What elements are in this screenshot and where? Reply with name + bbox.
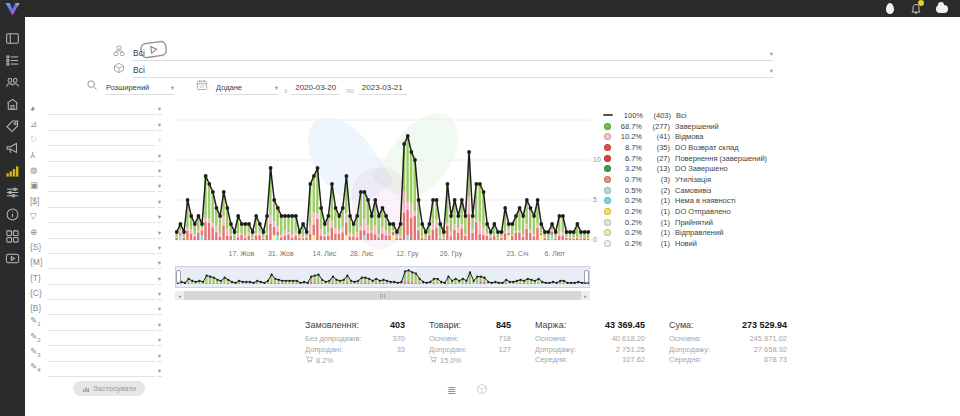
notification-badge	[918, 0, 924, 6]
planet-filter[interactable]: ◕▾	[30, 100, 162, 115]
sphere-filter-icon: ◍	[30, 164, 48, 177]
status-filter-value: Всі	[133, 47, 145, 60]
info-icon	[5, 207, 20, 222]
legend-row[interactable]: 0.7%(3)Утилізація	[604, 174, 776, 185]
legend-row[interactable]: 0.2%(1)Нема в наявності	[604, 196, 776, 207]
globe-filter[interactable]: ⊕▾	[30, 223, 162, 238]
status-filter-select[interactable]: Всі ▾	[133, 47, 773, 61]
cloud-icon[interactable]	[935, 2, 948, 15]
banknote-filter[interactable]: [$]▾	[30, 192, 162, 207]
chart-range-navigator[interactable]	[175, 266, 590, 288]
sidebar-items	[0, 27, 25, 269]
var-m-filter[interactable]: {M}▾	[30, 254, 162, 269]
chevron-down-icon: ▾	[157, 196, 162, 208]
sidebar-item-dashboard[interactable]	[0, 27, 25, 49]
x-tick: 26. Гру	[440, 250, 462, 257]
dashboard-icon	[5, 31, 20, 46]
sidebar-item-widgets[interactable]	[0, 225, 25, 247]
chevron-down-icon: ▾	[157, 242, 162, 254]
notifications-bell-icon[interactable]	[909, 2, 922, 15]
x-tick: 14. Лис	[313, 250, 337, 257]
sync-filter[interactable]: ↻▾	[30, 131, 162, 146]
legend-row[interactable]: 68.7%(277)Завершений	[604, 121, 776, 132]
legend-row[interactable]: 0.2%(1)DO Отправлено	[604, 206, 776, 217]
legend-row[interactable]: 100%(403)Всі	[604, 110, 776, 121]
var-c-filter[interactable]: {C}▾	[30, 285, 162, 300]
sidebar-item-tags[interactable]	[0, 115, 25, 137]
profile-icon[interactable]	[883, 2, 896, 15]
legend-row[interactable]: 0.5%(2)Самовивіз	[604, 185, 776, 196]
search-mode-select[interactable]: Розширений ▾	[106, 81, 174, 95]
cart-icon	[305, 355, 313, 367]
slope-filter[interactable]: ⊿▾	[30, 115, 162, 130]
custom-field-1[interactable]: ✎1▾	[30, 315, 162, 330]
orders-chart[interactable]	[175, 108, 590, 253]
stat-upsell-row: 8.2%	[305, 355, 405, 367]
chevron-down-icon: ▾	[157, 119, 162, 131]
legend-row[interactable]: 8.7%(35)DO Возврат склад	[604, 142, 776, 153]
legend-row[interactable]: 0.2%(1)Новий	[604, 238, 776, 249]
product-filter-select[interactable]: Всі ▾	[133, 64, 773, 78]
var-t-filter[interactable]: {T}▾	[30, 269, 162, 284]
custom-field-3-icon: ✎3	[30, 345, 48, 362]
custom-field-3[interactable]: ✎3▾	[30, 346, 162, 361]
sidebar-item-users[interactable]	[0, 71, 25, 93]
sidebar-item-stats[interactable]	[0, 159, 25, 181]
list-view-icon[interactable]: ≣	[447, 384, 456, 396]
stat-title: Замовлення:	[305, 320, 359, 330]
var-s-filter-icon: {S}	[30, 241, 48, 254]
chart-scrollbar[interactable]: ◂ ▸	[175, 291, 590, 300]
app-root: ◕▾⊿▾↻▾⅄▾◍▾▣▾[$]▾▽▾⊕▾{S}▾{M}▾{T}▾{C}▾{B}▾…	[0, 0, 960, 416]
date-to-input[interactable]: 2023-03-21	[358, 81, 407, 95]
var-s-filter[interactable]: {S}▾	[30, 239, 162, 254]
summary-stats: Замовлення:403Без допродажів:370Допродан…	[305, 320, 787, 367]
sidebar-item-store[interactable]	[0, 93, 25, 115]
users-icon	[5, 75, 20, 90]
sidebar-item-video[interactable]	[0, 247, 25, 269]
tags-icon	[5, 119, 20, 134]
chevron-down-icon: ▾	[157, 165, 162, 177]
scroll-right-icon[interactable]: ▸	[581, 291, 590, 300]
legend-dot-swatch	[604, 208, 611, 215]
custom-field-4[interactable]: ✎4▾	[30, 362, 162, 377]
legend-row[interactable]: 3.2%(13)DO Завершено	[604, 163, 776, 174]
sidebar-item-orders[interactable]	[0, 49, 25, 71]
slope-filter-icon: ⊿	[30, 118, 48, 131]
sidebar-item-sliders[interactable]	[0, 181, 25, 203]
scrollbar-thumb[interactable]	[184, 291, 581, 300]
stat-value: 845	[496, 320, 511, 330]
hierarchy-filter[interactable]: ⅄▾	[30, 146, 162, 161]
date-field-select[interactable]: Додане ▾	[216, 81, 278, 95]
topbar	[0, 0, 960, 17]
var-b-filter[interactable]: {B}▾	[30, 300, 162, 315]
date-from-value: 2020-03-20	[291, 81, 340, 94]
legend-row[interactable]: 0.2%(1)Відправлений	[604, 228, 776, 239]
package-filter[interactable]: ▣▾	[30, 177, 162, 192]
sphere-filter[interactable]: ◍▾	[30, 162, 162, 177]
custom-field-2-icon: ✎2	[30, 330, 48, 347]
legend-dot-swatch	[604, 155, 611, 162]
var-m-filter-icon: {M}	[30, 256, 48, 269]
custom-field-2[interactable]: ✎2▾	[30, 331, 162, 346]
legend-row[interactable]: 0.2%(1)Прийнятий	[604, 217, 776, 228]
app-logo-icon[interactable]	[2, 1, 23, 17]
date-from-input[interactable]: 2020-03-20	[291, 81, 340, 95]
sidebar-item-info[interactable]	[0, 203, 25, 225]
funnel-filter[interactable]: ▽▾	[30, 208, 162, 223]
custom-field-1-icon: ✎1	[30, 314, 48, 331]
navigator-right-handle[interactable]	[584, 270, 589, 283]
stat-subrow: Допродажу:2 751.25	[535, 345, 645, 356]
cube-view-icon[interactable]	[476, 381, 488, 399]
apply-button[interactable]: Застосувати	[73, 381, 145, 396]
legend-row[interactable]: 10.2%(41)Відмова	[604, 131, 776, 142]
chevron-down-icon: ▾	[157, 288, 162, 300]
stat-subrow: Основна:40 618.20	[535, 334, 645, 345]
legend-dot-swatch	[604, 144, 611, 151]
scroll-left-icon[interactable]: ◂	[175, 291, 184, 300]
chevron-down-icon: ▾	[157, 180, 162, 192]
navigator-left-handle[interactable]	[176, 270, 181, 283]
legend-row[interactable]: 6.7%(27)Повернення (завершений)	[604, 153, 776, 164]
sidebar-item-broadcast[interactable]	[0, 137, 25, 159]
search-icon[interactable]	[86, 77, 98, 95]
stat-title: Товари:	[429, 320, 461, 330]
